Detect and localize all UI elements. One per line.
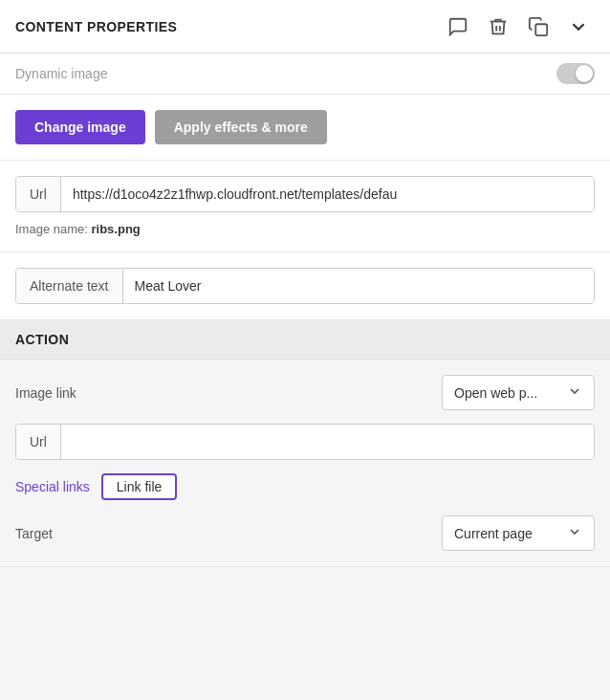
chevron-down-icon: [568, 16, 589, 37]
dynamic-image-toggle[interactable]: [556, 63, 595, 84]
dynamic-image-label: Dynamic image: [15, 66, 107, 81]
url-input[interactable]: [61, 177, 594, 211]
alt-text-label: Alternate text: [16, 269, 123, 303]
url-field-label: Url: [16, 177, 61, 211]
comment-icon: [447, 16, 468, 37]
action-url-input[interactable]: [61, 425, 594, 459]
image-link-row: Image link Open web p...: [15, 375, 595, 410]
action-header: ACTION: [0, 320, 610, 360]
target-label: Target: [15, 526, 53, 541]
collapse-button[interactable]: [562, 11, 595, 43]
page-title: CONTENT PROPERTIES: [15, 19, 442, 34]
buttons-row: Change image Apply effects & more: [0, 95, 610, 161]
special-links-row: Special links Link file: [15, 473, 595, 500]
image-link-value: Open web p...: [454, 385, 537, 401]
duplicate-button[interactable]: [522, 11, 555, 43]
header-actions: [442, 11, 595, 43]
image-name-value: ribs.png: [92, 222, 141, 236]
alt-text-field-row: Alternate text: [15, 268, 595, 304]
url-section: Url Image name: ribs.png: [0, 161, 610, 252]
svg-rect-0: [535, 24, 547, 35]
link-file-button[interactable]: Link file: [101, 473, 177, 500]
image-link-dropdown[interactable]: Open web p...: [442, 375, 595, 410]
alternate-text-section: Alternate text: [0, 252, 610, 320]
image-link-chevron-icon: [567, 383, 582, 402]
image-name-prefix: Image name:: [15, 222, 88, 236]
change-image-button[interactable]: Change image: [15, 110, 145, 144]
trash-icon: [488, 16, 509, 37]
url-field-row: Url: [15, 176, 595, 212]
image-name-row: Image name: ribs.png: [15, 222, 595, 236]
target-dropdown[interactable]: Current page: [442, 515, 595, 551]
header: CONTENT PROPERTIES: [0, 0, 610, 54]
comment-button[interactable]: [442, 11, 474, 43]
apply-effects-button[interactable]: Apply effects & more: [155, 110, 327, 144]
alt-text-input[interactable]: [123, 269, 595, 303]
target-chevron-icon: [567, 524, 582, 542]
action-url-label: Url: [16, 425, 61, 459]
image-link-label: Image link: [15, 385, 76, 401]
target-row: Target Current page: [15, 515, 595, 551]
target-value: Current page: [454, 526, 533, 541]
delete-button[interactable]: [482, 11, 514, 43]
special-links-link[interactable]: Special links: [15, 479, 90, 494]
action-url-row: Url: [15, 424, 595, 460]
dynamic-image-row: Dynamic image: [0, 54, 610, 95]
action-section: Image link Open web p... Url Special lin…: [0, 360, 610, 567]
copy-icon: [528, 16, 549, 37]
